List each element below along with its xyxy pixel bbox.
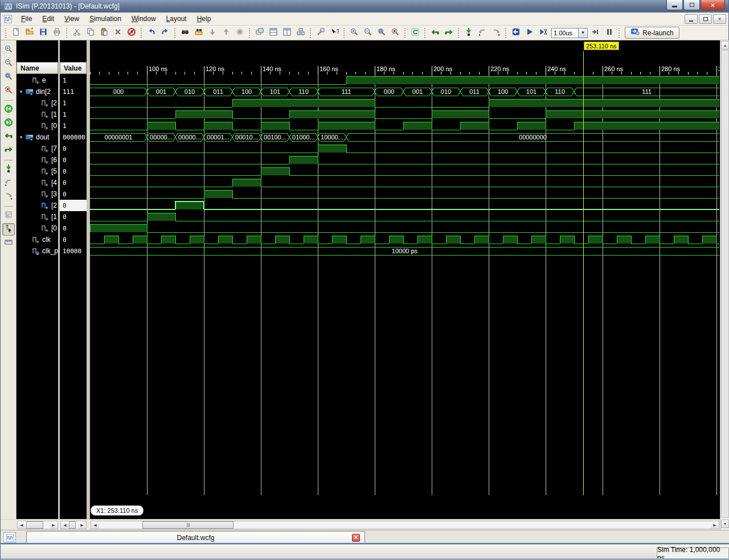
tile-vertical-button[interactable] (280, 27, 294, 39)
scroll-up-icon[interactable]: ▲ (721, 41, 729, 50)
go-to-latest-time-button[interactable] (2, 117, 15, 130)
document-icon[interactable] (2, 14, 14, 24)
signal-value-2[interactable]: 0 (60, 200, 87, 211)
scroll-right-icon[interactable]: ▶ (50, 521, 58, 529)
add-marker-button[interactable] (2, 163, 15, 176)
expand-arrow-icon[interactable]: ▼ (19, 89, 25, 94)
signal-value-2[interactable]: 1 (60, 97, 87, 109)
previous-marker-button[interactable] (2, 177, 15, 190)
paste-button[interactable] (97, 27, 111, 39)
signal-value-7[interactable]: 0 (60, 143, 87, 154)
cancel-button[interactable] (125, 27, 138, 39)
print-button[interactable] (50, 27, 64, 39)
add-marker-button[interactable] (462, 27, 476, 39)
signal-value-6[interactable]: 0 (60, 154, 87, 166)
signal-row-5[interactable]: [5 (17, 166, 58, 177)
tab-default-wcfg[interactable]: Default.wcfg × (26, 531, 365, 544)
find-button[interactable] (178, 27, 192, 39)
signal-value-din2[interactable]: 111 (60, 86, 87, 97)
name-column-header[interactable]: Name (17, 62, 58, 74)
sim-time-input[interactable] (551, 28, 579, 38)
scroll-left-icon[interactable]: ◀ (91, 521, 99, 529)
next-transition-button[interactable] (2, 145, 15, 157)
clear-search-button[interactable] (233, 27, 247, 39)
menu-file[interactable]: File (16, 13, 37, 25)
save-button[interactable] (36, 27, 50, 39)
zoom-to-cursor-button[interactable] (2, 85, 15, 97)
signal-row-din2[interactable]: ▼din[2 (17, 86, 58, 97)
menu-simulation[interactable]: Simulation (84, 13, 126, 25)
expand-arrow-icon[interactable]: ▼ (19, 135, 25, 140)
goto-next-button[interactable] (442, 27, 456, 39)
scroll-thumb[interactable] (142, 521, 234, 529)
next-marker-button[interactable] (489, 27, 503, 39)
vertical-scrollbar[interactable]: ▲ ▼ (720, 40, 729, 530)
run-all-button[interactable] (523, 27, 536, 39)
vertical-scroll-thumb[interactable] (721, 50, 729, 518)
zoom-out-button[interactable] (2, 57, 15, 70)
minimize-button[interactable] (666, 0, 683, 10)
signal-value-0[interactable]: 0 (60, 223, 87, 234)
signal-row-6[interactable]: [6 (17, 154, 58, 166)
signal-value-0[interactable]: 1 (60, 120, 87, 131)
reload-button[interactable] (408, 27, 422, 39)
scroll-right-icon[interactable]: ▶ (711, 521, 719, 529)
scroll-left-icon[interactable]: ◀ (61, 521, 69, 529)
zoom-out-button[interactable] (361, 27, 375, 39)
move-down-button[interactable] (206, 27, 219, 39)
wave-scrollbar[interactable]: ◀ ▶ (91, 521, 719, 529)
mdi-minimize-button[interactable] (685, 14, 698, 24)
context-help-button[interactable]: ? (327, 27, 341, 39)
go-to-time-zero-button[interactable] (2, 104, 15, 116)
scroll-down-icon[interactable]: ▼ (721, 520, 729, 528)
signal-row-1[interactable]: [1 (17, 211, 58, 223)
zoom-in-button[interactable] (347, 27, 361, 39)
signal-row-clk_p[interactable]: cclk_p (17, 245, 58, 257)
tile-horizontal-button[interactable] (267, 27, 280, 39)
signal-row-2[interactable]: [2 (17, 200, 58, 211)
cut-button[interactable] (70, 27, 84, 39)
mdi-restore-button[interactable] (699, 14, 712, 24)
menu-window[interactable]: Window (126, 13, 161, 25)
break-button[interactable] (603, 27, 616, 39)
redo-button[interactable] (158, 27, 172, 39)
menu-layout[interactable]: Layout (161, 13, 192, 25)
mdi-close-button[interactable]: × (713, 14, 726, 24)
signal-row-0[interactable]: [0 (17, 120, 58, 131)
tab-close-icon[interactable]: × (352, 534, 360, 542)
restart-button[interactable] (509, 27, 523, 39)
scroll-thumb[interactable] (26, 521, 43, 529)
value-column-header[interactable]: Value (60, 62, 87, 74)
arrange-windows-button[interactable] (294, 27, 308, 39)
zoom-in-button[interactable] (2, 44, 15, 56)
signal-value-clk_p[interactable]: 10000 (60, 245, 87, 257)
signal-row-1[interactable]: [1 (17, 109, 58, 120)
copy-button[interactable] (84, 27, 97, 39)
next-marker-button[interactable] (2, 191, 15, 203)
signal-value-5[interactable]: 0 (60, 166, 87, 177)
signal-row-e[interactable]: e (17, 75, 58, 86)
relaunch-button[interactable]: Re-launch (625, 27, 679, 39)
step-button[interactable] (589, 27, 603, 39)
floating-ruler-button[interactable] (2, 237, 15, 249)
signal-value-4[interactable]: 0 (60, 177, 87, 188)
waveform-canvas[interactable]: 100 ns120 ns140 ns160 ns180 ns200 ns220 … (90, 59, 719, 519)
signal-row-0[interactable]: [0 (17, 223, 58, 234)
find-in-files-button[interactable] (192, 27, 206, 39)
signal-value-e[interactable]: 1 (60, 75, 87, 86)
open-file-button[interactable] (23, 27, 36, 39)
signal-row-clk[interactable]: clk (17, 234, 58, 245)
zoom-full-view-button[interactable] (375, 27, 388, 39)
preferences-button[interactable] (314, 27, 327, 39)
measure-mode-button[interactable] (2, 223, 15, 236)
signal-value-1[interactable]: 0 (60, 211, 87, 223)
delete-button[interactable] (111, 27, 125, 39)
name-panel-scrollbar[interactable]: ◀ ▶ (17, 521, 58, 529)
time-cursor[interactable] (583, 51, 584, 495)
sim-time-dropdown-icon[interactable]: ▼ (579, 28, 588, 38)
signal-row-4[interactable]: [4 (17, 177, 58, 188)
waveform-area[interactable]: 100 ns120 ns140 ns160 ns180 ns200 ns220 … (90, 40, 720, 519)
menu-help[interactable]: Help (192, 13, 216, 25)
undo-button[interactable] (145, 27, 158, 39)
scroll-right-icon[interactable]: ▶ (78, 521, 86, 529)
